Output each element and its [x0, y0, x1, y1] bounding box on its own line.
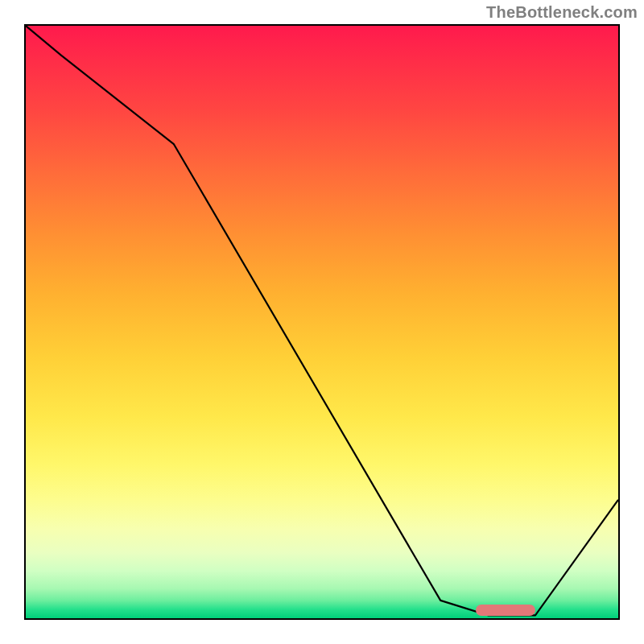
chart-frame — [24, 24, 620, 620]
optimal-zone-marker — [476, 605, 535, 616]
bottleneck-curve — [26, 26, 618, 615]
chart-plot-area — [26, 26, 618, 618]
attribution-text: TheBottleneck.com — [486, 3, 638, 22]
chart-curve-svg — [26, 26, 618, 618]
